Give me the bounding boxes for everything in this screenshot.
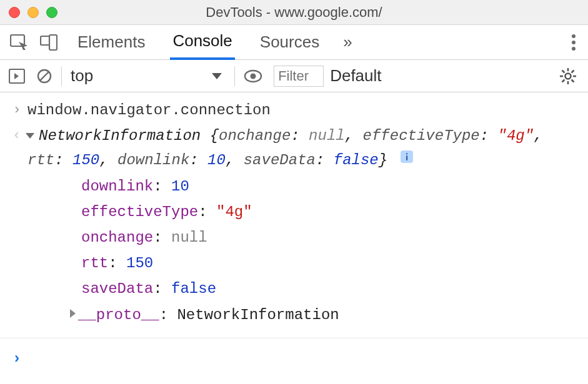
console-result-line: › NetworkInformation {onchange: null, ef… — [0, 123, 588, 329]
devtools-tabs-row: Elements Console Sources » — [0, 25, 588, 60]
tab-sources[interactable]: Sources — [257, 25, 322, 60]
svg-line-5 — [40, 72, 49, 81]
svg-rect-17 — [406, 153, 407, 155]
prompt-icon: › — [6, 347, 27, 370]
console-input-line: › window.navigator.connection — [0, 97, 588, 123]
svg-line-12 — [562, 70, 565, 72]
more-menu-icon[interactable] — [572, 34, 576, 51]
prop-saveData: saveData: false — [27, 276, 578, 302]
devtools-tabs: Elements Console Sources — [75, 25, 322, 60]
svg-rect-2 — [49, 35, 57, 50]
log-level-select[interactable]: Default — [330, 66, 381, 86]
tabs-overflow-icon[interactable]: » — [343, 32, 352, 52]
execution-context-label: top — [71, 66, 93, 86]
live-expression-icon[interactable] — [244, 69, 262, 83]
separator — [61, 66, 62, 86]
console-input-text: window.navigator.connection — [27, 99, 588, 122]
svg-line-15 — [562, 79, 565, 82]
disclosure-triangle-icon[interactable] — [26, 133, 34, 139]
tab-elements[interactable]: Elements — [75, 25, 147, 60]
separator — [234, 66, 235, 86]
console-toolbar: top Default — [0, 60, 588, 92]
tab-console[interactable]: Console — [170, 25, 234, 60]
output-indicator-icon: › — [6, 124, 27, 147]
prop-proto[interactable]: __proto__: NetworkInformation — [27, 302, 578, 328]
clear-console-icon[interactable] — [36, 68, 52, 84]
inspect-element-icon[interactable] — [10, 34, 29, 51]
svg-line-14 — [572, 70, 574, 72]
window-title: DevTools - www.google.com/ — [0, 4, 588, 21]
prop-onchange: onchange: null — [27, 225, 578, 250]
console-output: › window.navigator.connection › NetworkI… — [0, 92, 588, 370]
result-object-summary[interactable]: NetworkInformation {onchange: null, effe… — [27, 124, 578, 172]
minimize-window-button[interactable] — [27, 7, 39, 18]
zoom-window-button[interactable] — [46, 7, 57, 18]
disclosure-triangle-icon[interactable] — [70, 309, 76, 318]
svg-point-6 — [251, 73, 256, 79]
filter-input[interactable] — [274, 66, 324, 87]
titlebar: DevTools - www.google.com/ — [0, 0, 588, 25]
preview-downlink: 10 — [207, 152, 226, 169]
svg-line-13 — [572, 79, 574, 82]
console-sidebar-toggle-icon[interactable] — [9, 69, 25, 84]
info-badge-icon[interactable] — [401, 147, 413, 160]
preview-onchange: null — [309, 127, 345, 144]
preview-rtt: 150 — [72, 152, 99, 169]
result-properties: downlink: 10 effectiveType: "4g" onchang… — [27, 174, 578, 328]
input-prompt-icon: › — [6, 99, 27, 122]
console-settings-icon[interactable] — [559, 67, 577, 85]
close-window-button[interactable] — [9, 7, 20, 18]
console-prompt[interactable]: › — [0, 338, 588, 370]
prop-rtt: rtt: 150 — [27, 250, 578, 276]
result-class-name: NetworkInformation — [39, 127, 201, 144]
chevron-down-icon — [212, 73, 222, 79]
svg-rect-18 — [406, 155, 407, 160]
prop-effectiveType: effectiveType: "4g" — [27, 199, 578, 225]
svg-point-7 — [566, 73, 571, 79]
execution-context-select[interactable]: top — [71, 66, 226, 86]
prop-downlink: downlink: 10 — [27, 174, 578, 199]
window-controls — [9, 7, 57, 18]
preview-saveData: false — [334, 152, 379, 169]
preview-effectiveType: "4g" — [498, 127, 534, 144]
device-toolbar-icon[interactable] — [40, 34, 57, 51]
